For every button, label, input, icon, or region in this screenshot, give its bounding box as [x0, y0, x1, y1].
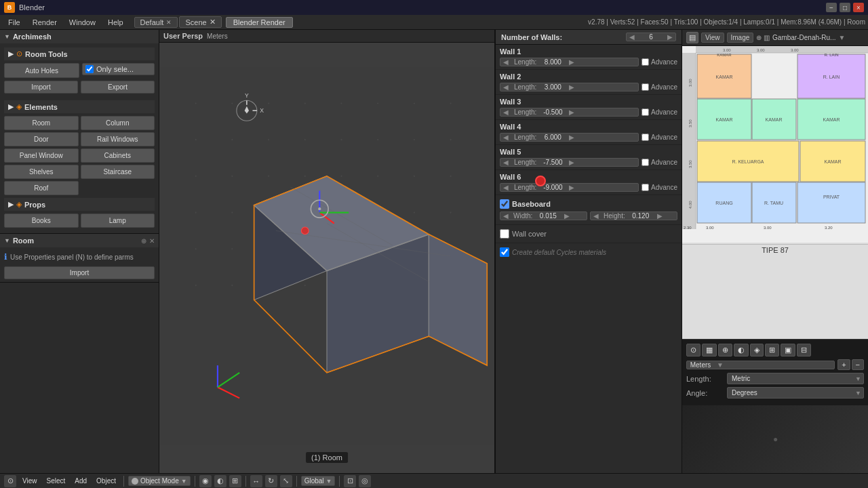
panel-window-button[interactable]: Panel Window [4, 148, 79, 163]
props-icon-1[interactable]: ⊙ [686, 344, 701, 357]
cycles-checkbox[interactable] [500, 247, 509, 257]
editor-type-icon[interactable]: ▤ [686, 32, 698, 43]
wall-3-length-decrement[interactable]: ◀ [500, 108, 511, 116]
props-icon-7[interactable]: ▣ [781, 344, 795, 357]
wall-5-advance-checkbox[interactable] [642, 159, 649, 166]
wall-2-length-input[interactable]: ◀ Length: 3.000 ▶ [500, 83, 639, 92]
remove-button[interactable]: − [852, 359, 864, 370]
minimize-button[interactable]: − [826, 3, 837, 12]
cabinets-button[interactable]: Cabinets [81, 148, 155, 163]
snap-icon[interactable]: ⊡ [344, 475, 356, 487]
add-menu[interactable]: Add [71, 476, 90, 485]
translate-icon[interactable]: ↔ [250, 475, 262, 487]
wall-1-advance-checkbox[interactable] [642, 58, 649, 66]
export-button[interactable]: Export [81, 81, 155, 94]
object-mode-select[interactable]: Object Mode ▼ [128, 476, 191, 486]
rail-windows-button[interactable]: Rail Windows [81, 132, 155, 146]
wall-5-advance-label[interactable]: Advance [651, 159, 677, 166]
scale-icon[interactable]: ⤡ [280, 475, 292, 487]
length-select[interactable]: Metric ▼ [727, 373, 864, 384]
length-dropdown-icon[interactable]: ▼ [853, 375, 863, 382]
column-button[interactable]: Column [81, 116, 155, 130]
viewport-icon[interactable]: ⊙ [4, 475, 16, 487]
object-menu[interactable]: Object [93, 476, 119, 485]
baseboard-width-decrement[interactable]: ◀ [500, 212, 511, 220]
shading-icon[interactable]: ◐ [214, 475, 226, 487]
wall-count-decrement[interactable]: ◀ [627, 33, 637, 41]
wall-count-input[interactable]: ◀ 6 ▶ [626, 33, 676, 41]
wall-2-advance-checkbox[interactable] [642, 83, 649, 91]
wall-4-length-increment[interactable]: ▶ [566, 134, 577, 141]
baseboard-checkbox[interactable] [500, 199, 509, 209]
baseboard-width-increment[interactable]: ▶ [561, 212, 572, 220]
menu-render[interactable]: Render [27, 17, 62, 28]
props-icon-6[interactable]: ⊞ [765, 344, 779, 357]
scene-tab-close[interactable]: ✕ [210, 18, 216, 26]
close-button[interactable]: × [853, 3, 864, 12]
add-button[interactable]: + [837, 359, 850, 370]
wall-3-advance-label[interactable]: Advance [651, 108, 677, 116]
books-button[interactable]: Books [4, 214, 79, 228]
wall-4-advance-checkbox[interactable] [642, 134, 649, 141]
wall-1-length-input[interactable]: ◀ Length: 8.000 ▶ [500, 58, 639, 66]
staircase-button[interactable]: Staircase [81, 165, 155, 179]
render-button[interactable]: Blender Render [226, 17, 293, 28]
baseboard-height-increment[interactable]: ▶ [654, 212, 665, 220]
room-section-header[interactable]: ▼ Room ⊕ ✕ [0, 234, 159, 247]
wall-4-advance-label[interactable]: Advance [651, 134, 677, 141]
wall-2-length-increment[interactable]: ▶ [566, 83, 577, 91]
room-button[interactable]: Room [4, 116, 79, 130]
wire-icon[interactable]: ⊞ [229, 475, 241, 487]
wall-6-length-input[interactable]: ◀ Length: -9.000 ▶ [500, 183, 639, 192]
menu-window[interactable]: Window [64, 17, 101, 28]
lamp-button[interactable]: Lamp [81, 214, 155, 228]
wall-2-length-decrement[interactable]: ◀ [500, 83, 511, 91]
wall-count-increment[interactable]: ▶ [665, 33, 675, 41]
wall-6-length-increment[interactable]: ▶ [566, 184, 577, 191]
menu-file[interactable]: File [3, 17, 26, 28]
wall-3-advance-checkbox[interactable] [642, 108, 649, 116]
baseboard-width-input[interactable]: ◀ Width: 0.015 ▶ [500, 211, 587, 220]
rotate-icon[interactable]: ↻ [265, 475, 277, 487]
roof-button[interactable]: Roof [4, 181, 79, 195]
wall-1-length-increment[interactable]: ▶ [566, 58, 577, 66]
props-icon-8[interactable]: ⊟ [797, 344, 811, 357]
elements-header[interactable]: ▶ ◈ Elements [4, 100, 155, 113]
wall-6-advance-checkbox[interactable] [642, 184, 649, 191]
maximize-button[interactable]: □ [840, 3, 850, 12]
angle-select[interactable]: Degrees ▼ [727, 387, 864, 399]
menu-help[interactable]: Help [102, 17, 129, 28]
import-room-button[interactable]: Import [4, 266, 155, 279]
props-icon-4[interactable]: ◐ [734, 344, 749, 357]
auto-holes-button[interactable]: Auto Holes [4, 63, 79, 78]
wallcover-checkbox[interactable] [500, 229, 509, 239]
baseboard-height-decrement[interactable]: ◀ [591, 212, 601, 220]
global-dropdown[interactable]: ▼ [326, 478, 332, 485]
global-select[interactable]: Global ▼ [301, 476, 336, 486]
wall-3-length-increment[interactable]: ▶ [566, 108, 577, 116]
units-dropdown[interactable]: ▼ [714, 361, 726, 369]
shelves-button[interactable]: Shelves [4, 165, 79, 179]
mode-dropdown[interactable]: ▼ [181, 478, 187, 485]
proportional-icon[interactable]: ◎ [359, 475, 371, 487]
wall-5-length-decrement[interactable]: ◀ [500, 159, 511, 166]
default-tab[interactable]: Default ✕ [134, 17, 178, 28]
props-icon-5[interactable]: ◈ [750, 344, 764, 357]
viewport-body[interactable]: Y X (1) Room [159, 43, 494, 470]
image-dropdown-icon[interactable]: ▼ [838, 34, 845, 41]
props-header[interactable]: ▶ ◈ Props [4, 198, 155, 211]
import-button[interactable]: Import [4, 81, 78, 94]
props-icon-2[interactable]: ▦ [702, 344, 717, 357]
only-sele-checkbox[interactable] [85, 65, 94, 73]
wall-3-length-input[interactable]: ◀ Length: -0.500 ▶ [500, 108, 639, 117]
wall-1-advance-label[interactable]: Advance [651, 58, 677, 66]
angle-dropdown-icon[interactable]: ▼ [853, 390, 863, 396]
wall-4-length-input[interactable]: ◀ Length: 6.000 ▶ [500, 133, 639, 142]
wall-6-length-decrement[interactable]: ◀ [500, 184, 511, 191]
wall-6-advance-label[interactable]: Advance [651, 184, 677, 191]
select-menu[interactable]: Select [43, 476, 69, 485]
baseboard-height-input[interactable]: ◀ Height: 0.120 ▶ [590, 211, 677, 220]
props-icon-3[interactable]: ⊕ [718, 344, 732, 357]
wall-2-advance-label[interactable]: Advance [651, 83, 677, 91]
view-button[interactable]: View [701, 33, 724, 43]
